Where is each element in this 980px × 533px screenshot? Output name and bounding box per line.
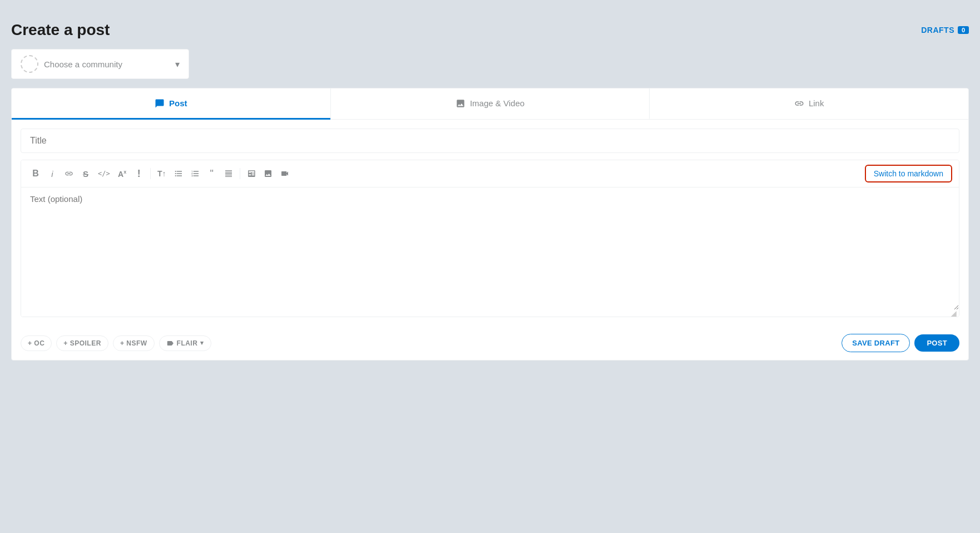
flair-icon [166, 339, 174, 347]
bold-icon: B [32, 169, 39, 179]
table-icon [247, 169, 256, 178]
tab-link-label: Link [809, 98, 824, 108]
page-title: Create a post [11, 21, 110, 39]
video-icon [280, 169, 289, 178]
superscript-button[interactable]: Ax [115, 166, 130, 181]
link-icon [65, 169, 73, 178]
post-text-input[interactable] [21, 187, 959, 310]
numbered-list-button[interactable] [187, 166, 203, 181]
flair-button[interactable]: FLAIR ▾ [159, 335, 211, 351]
post-card: Post Image & Video Link [11, 88, 969, 361]
post-tab-icon [155, 97, 165, 109]
save-draft-button[interactable]: SAVE DRAFT [842, 334, 910, 352]
quote-button[interactable]: " [204, 166, 220, 181]
drafts-count-badge: 0 [958, 26, 969, 34]
heading-icon: T↑ [157, 169, 166, 178]
superscript-icon: Ax [118, 169, 126, 179]
drafts-button[interactable]: DRAFTS 0 [921, 26, 969, 34]
post-button[interactable]: POST [914, 334, 959, 352]
oc-button[interactable]: + OC [21, 335, 52, 351]
code-icon: </> [98, 170, 110, 177]
post-body: B i S [12, 120, 968, 326]
tab-image-video[interactable]: Image & Video [330, 88, 650, 120]
chevron-down-icon: ▾ [175, 59, 180, 70]
numbered-list-icon [191, 169, 200, 178]
indent-button[interactable] [221, 166, 236, 181]
bullet-list-icon [174, 169, 183, 178]
italic-icon: i [51, 169, 53, 179]
alert-icon: ! [137, 168, 141, 180]
bold-button[interactable]: B [28, 166, 43, 181]
title-input[interactable] [21, 129, 959, 153]
tab-post[interactable]: Post [12, 88, 330, 120]
tab-bar: Post Image & Video Link [12, 88, 968, 120]
tab-link[interactable]: Link [649, 88, 968, 120]
bullet-list-button[interactable] [171, 166, 186, 181]
link-tab-icon [794, 97, 804, 109]
indent-icon [224, 169, 233, 178]
nsfw-button[interactable]: + NSFW [113, 335, 155, 351]
heading-button[interactable]: T↑ [154, 166, 170, 181]
flair-label: FLAIR [177, 339, 198, 347]
image-button[interactable] [260, 166, 276, 181]
resize-icon: ◢ [951, 309, 957, 317]
resize-handle: ◢ [21, 310, 959, 317]
rich-text-editor: B i S [21, 160, 959, 317]
strikethrough-button[interactable]: S [78, 166, 93, 181]
code-button[interactable]: </> [95, 166, 113, 181]
flair-chevron-icon: ▾ [200, 339, 204, 347]
italic-button[interactable]: i [44, 166, 60, 181]
switch-to-markdown-button[interactable]: Switch to markdown [865, 165, 952, 182]
drafts-label: DRAFTS [921, 26, 954, 34]
community-selector[interactable]: Choose a community ▾ [11, 49, 189, 79]
post-footer: + OC + SPOILER + NSFW FLAIR ▾ SAVE DRAFT… [12, 326, 968, 360]
strikethrough-icon: S [83, 169, 88, 179]
editor-toolbar: B i S [21, 160, 959, 187]
image-video-tab-icon [456, 97, 466, 109]
community-avatar-placeholder [21, 55, 38, 73]
table-button[interactable] [244, 166, 259, 181]
tab-image-video-label: Image & Video [470, 98, 524, 108]
link-button[interactable] [61, 166, 77, 181]
toolbar-separator-1 [150, 168, 151, 179]
toolbar-separator-2 [240, 168, 240, 179]
video-button[interactable] [277, 166, 293, 181]
community-placeholder-text: Choose a community [44, 60, 170, 69]
alert-button[interactable]: ! [131, 166, 147, 181]
spoiler-button[interactable]: + SPOILER [56, 335, 108, 351]
quote-icon: " [210, 168, 213, 180]
image-icon [264, 169, 273, 178]
tab-post-label: Post [169, 98, 187, 108]
